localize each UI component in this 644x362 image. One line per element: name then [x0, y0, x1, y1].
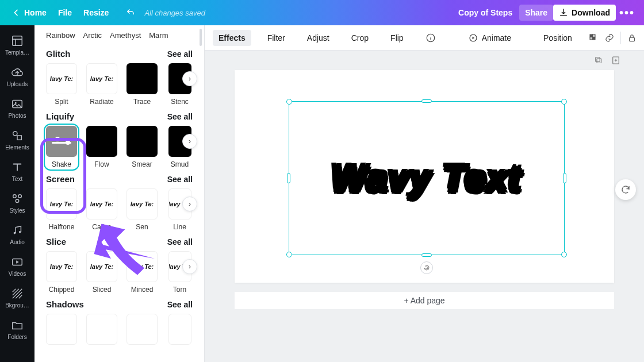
scroll-right-button[interactable]: ›	[182, 259, 197, 274]
resize-edge[interactable]	[563, 173, 566, 183]
lock-button[interactable]	[627, 33, 637, 43]
section-title: Screen	[46, 174, 75, 184]
lock-icon	[627, 33, 637, 43]
saved-status: All changes saved	[144, 9, 205, 17]
effect-shake[interactable]: Shake	[46, 126, 77, 168]
hatch-icon	[11, 287, 24, 300]
section-title: Slice	[46, 237, 66, 247]
nav-videos[interactable]: Videos	[0, 251, 34, 279]
effect-split[interactable]: lavy Te:Split	[46, 63, 77, 106]
side-nav: Templa… Uploads Photos Elements Text Sty…	[0, 25, 34, 362]
nav-folders[interactable]: Folders	[0, 314, 34, 342]
category-row: Rainbow Arctic Amethyst Marm	[34, 25, 204, 43]
see-all-link[interactable]: See all	[167, 237, 193, 247]
tool-adjust[interactable]: Adjust	[301, 30, 335, 46]
more-menu[interactable]: •••	[616, 6, 638, 20]
category-chip[interactable]: Amethyst	[110, 31, 141, 40]
nav-audio[interactable]: Audio	[0, 219, 34, 248]
see-all-link[interactable]: See all	[167, 49, 193, 59]
nav-photos[interactable]: Photos	[0, 93, 34, 121]
svg-point-3	[13, 132, 17, 136]
file-menu[interactable]: File	[52, 5, 78, 21]
svg-rect-15	[592, 34, 595, 37]
svg-rect-17	[629, 37, 634, 41]
nav-background[interactable]: Bkgrou…	[0, 283, 34, 311]
video-icon	[11, 256, 24, 268]
add-page-icon	[611, 55, 621, 66]
effects-panel: Rainbow Arctic Amethyst Marm GlitchSee a…	[34, 25, 205, 362]
resize-menu[interactable]: Resize	[78, 5, 114, 21]
link-button[interactable]	[604, 33, 615, 43]
svg-point-9	[19, 231, 21, 233]
link-icon	[604, 33, 615, 43]
folder-icon	[11, 319, 24, 332]
effect-smear[interactable]: Smear	[126, 126, 158, 168]
share-button[interactable]: Share	[519, 5, 553, 21]
home-button[interactable]: Home	[6, 5, 52, 21]
add-page-button[interactable]	[611, 55, 621, 68]
effect-shadow-2[interactable]	[86, 314, 117, 345]
tool-effects[interactable]: Effects	[213, 30, 251, 46]
text-element[interactable]: Wavy Text	[289, 102, 564, 255]
nav-styles[interactable]: Styles	[0, 188, 34, 216]
undo-button[interactable]	[120, 5, 141, 21]
category-chip[interactable]: Marm	[149, 31, 168, 40]
nav-templates[interactable]: Templa…	[0, 30, 34, 58]
canvas-toolbar: Effects Filter Adjust Crop Flip Animate …	[205, 25, 644, 51]
canvas-page[interactable]: Wavy Text	[235, 70, 614, 283]
effect-halftone[interactable]: lavy Te:Halftone	[46, 188, 77, 231]
canvas-stage: Wavy Text + Add page	[205, 51, 644, 362]
resize-handle[interactable]	[286, 252, 292, 257]
rotate-handle[interactable]	[420, 261, 433, 274]
scroll-right-button[interactable]: ›	[182, 134, 197, 149]
palette-icon	[11, 192, 24, 205]
tool-crop[interactable]: Crop	[346, 30, 374, 46]
animate-icon	[468, 33, 478, 43]
svg-rect-20	[597, 59, 601, 63]
effect-radiate[interactable]: lavy Te:Radiate	[86, 63, 117, 106]
effect-shadow-1[interactable]	[46, 314, 77, 345]
see-all-link[interactable]: See all	[167, 112, 193, 121]
scroll-right-button[interactable]: ›	[182, 197, 197, 211]
tool-flip[interactable]: Flip	[385, 30, 409, 46]
refresh-icon	[620, 184, 631, 195]
svg-point-8	[14, 232, 16, 234]
see-all-link[interactable]: See all	[167, 300, 193, 309]
scrollbar[interactable]	[200, 29, 202, 46]
effect-trace[interactable]: Trace	[126, 63, 158, 106]
resize-handle[interactable]	[286, 99, 292, 105]
top-bar: Home File Resize All changes saved Copy …	[0, 0, 644, 25]
resize-handle[interactable]	[561, 252, 567, 257]
scroll-right-button[interactable]: ›	[182, 71, 197, 86]
resize-edge[interactable]	[421, 99, 432, 103]
effect-shadow-4[interactable]	[167, 314, 193, 345]
tool-position[interactable]: Position	[538, 30, 578, 46]
download-button[interactable]: Download	[553, 5, 616, 21]
svg-rect-0	[13, 36, 22, 46]
nav-text[interactable]: Text	[0, 156, 34, 184]
category-chip[interactable]: Arctic	[83, 31, 102, 40]
see-all-link[interactable]: See all	[167, 175, 193, 184]
tool-animate[interactable]: Animate	[462, 29, 517, 47]
transparency-button[interactable]	[588, 33, 599, 43]
document-title[interactable]: Copy of Steps	[458, 8, 512, 17]
tool-info[interactable]	[420, 29, 442, 47]
add-page-bar[interactable]: + Add page	[235, 292, 614, 309]
category-chip[interactable]: Rainbow	[46, 31, 75, 40]
selection-box[interactable]: Wavy Text	[289, 101, 565, 255]
floating-reset-button[interactable]	[615, 179, 636, 200]
duplicate-page-button[interactable]	[593, 55, 604, 68]
effect-shadow-3[interactable]	[126, 314, 158, 345]
music-icon	[11, 224, 24, 237]
resize-edge[interactable]	[287, 173, 290, 183]
svg-rect-14	[592, 37, 595, 40]
nav-elements[interactable]: Elements	[0, 125, 34, 153]
section-glitch: GlitchSee all lavy Te:Split lavy Te:Radi…	[34, 43, 204, 106]
nav-uploads[interactable]: Uploads	[0, 61, 34, 90]
effect-chipped[interactable]: lavy Te:Chipped	[46, 251, 77, 294]
resize-edge[interactable]	[421, 253, 432, 257]
tool-filter[interactable]: Filter	[262, 30, 291, 46]
effect-flow[interactable]: Flow	[86, 126, 117, 168]
resize-handle[interactable]	[561, 99, 567, 105]
photo-icon	[11, 98, 24, 110]
